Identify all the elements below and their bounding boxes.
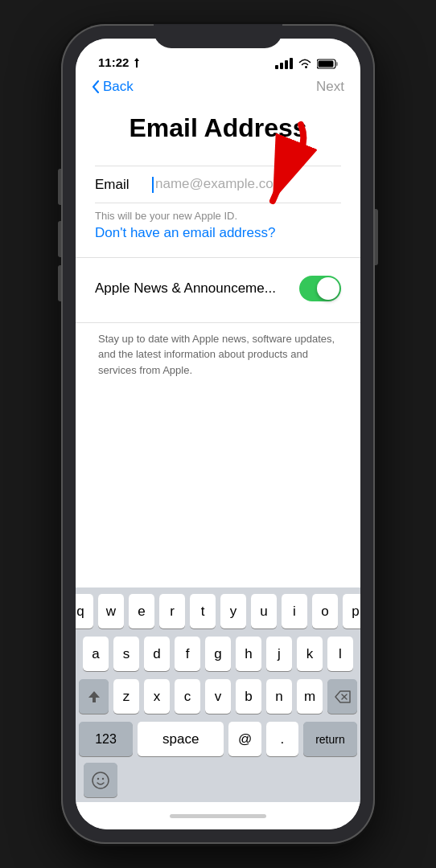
- at-key[interactable]: @: [228, 722, 261, 756]
- apple-news-toggle[interactable]: [299, 276, 341, 301]
- svg-point-7: [97, 777, 99, 779]
- key-s[interactable]: s: [113, 637, 139, 671]
- return-key[interactable]: return: [303, 722, 357, 756]
- key-e[interactable]: e: [129, 594, 154, 628]
- dont-have-email-link[interactable]: Don't have an email address?: [95, 225, 341, 241]
- key-n[interactable]: n: [266, 679, 292, 714]
- delete-key[interactable]: [327, 679, 357, 714]
- key-r[interactable]: r: [159, 594, 185, 628]
- nav-bar: Back Next: [76, 74, 360, 103]
- keyboard-row-1: q w e r t y u i o p: [79, 594, 357, 628]
- keyboard-row-3: z x c v b n m: [79, 679, 357, 714]
- toggle-description: Stay up to date with Apple news, softwar…: [95, 331, 341, 379]
- key-m[interactable]: m: [297, 679, 323, 714]
- email-field-row: Email name@example.com: [95, 166, 341, 203]
- text-cursor: [152, 177, 154, 193]
- key-i[interactable]: i: [282, 594, 307, 628]
- key-h[interactable]: h: [236, 637, 261, 671]
- key-o[interactable]: o: [312, 594, 338, 628]
- key-z[interactable]: z: [113, 679, 139, 714]
- keyboard-bottom-row: 123 space @ . return: [79, 722, 357, 756]
- main-content: Email Address Email name@example.com Thi…: [76, 103, 360, 588]
- key-v[interactable]: v: [205, 679, 231, 714]
- toggle-thumb: [317, 277, 339, 300]
- numbers-key[interactable]: 123: [79, 722, 133, 756]
- chevron-left-icon: [92, 80, 100, 93]
- page-title: Email Address: [95, 113, 341, 143]
- shift-key[interactable]: [79, 679, 109, 714]
- shift-icon: [88, 690, 101, 704]
- phone-screen: 11:22: [76, 39, 360, 829]
- signal-icon: [275, 58, 293, 69]
- key-x[interactable]: x: [144, 679, 170, 714]
- key-g[interactable]: g: [205, 637, 231, 671]
- separator2: [76, 322, 360, 323]
- dot-key[interactable]: .: [266, 722, 298, 756]
- key-a[interactable]: a: [83, 637, 109, 671]
- battery-icon: [317, 59, 338, 69]
- keyboard: q w e r t y u i o p a s d f g h j k: [76, 588, 360, 802]
- email-placeholder: name@example.com: [155, 176, 285, 191]
- key-u[interactable]: u: [251, 594, 277, 628]
- status-icons: [275, 58, 338, 69]
- key-y[interactable]: y: [220, 594, 246, 628]
- next-button[interactable]: Next: [316, 79, 344, 95]
- back-label: Back: [103, 79, 134, 95]
- svg-rect-2: [319, 60, 334, 67]
- notch: [154, 24, 282, 48]
- keyboard-emoji-row: [79, 760, 357, 799]
- svg-point-8: [102, 777, 104, 779]
- key-w[interactable]: w: [98, 594, 124, 628]
- toggle-label: Apple News & Announceme...: [95, 280, 276, 297]
- home-bar: [170, 814, 266, 818]
- svg-point-6: [93, 772, 109, 788]
- key-f[interactable]: f: [175, 637, 200, 671]
- time-display: 11:22: [98, 55, 129, 69]
- svg-rect-1: [336, 62, 339, 66]
- key-l[interactable]: l: [327, 637, 353, 671]
- home-indicator: [76, 802, 360, 829]
- phone-frame: 11:22: [61, 24, 375, 844]
- key-j[interactable]: j: [266, 637, 292, 671]
- delete-icon: [335, 690, 351, 703]
- key-p[interactable]: p: [343, 594, 360, 628]
- key-k[interactable]: k: [297, 637, 323, 671]
- email-input[interactable]: name@example.com: [147, 176, 341, 193]
- key-t[interactable]: t: [190, 594, 216, 628]
- email-label: Email: [95, 177, 147, 193]
- apple-news-toggle-row: Apple News & Announceme...: [95, 264, 341, 313]
- status-time: 11:22: [98, 55, 141, 69]
- key-c[interactable]: c: [175, 679, 200, 714]
- keyboard-row-2: a s d f g h j k l: [79, 637, 357, 671]
- separator: [76, 257, 360, 258]
- wifi-icon: [298, 58, 312, 69]
- key-d[interactable]: d: [144, 637, 170, 671]
- field-hint: This will be your new Apple ID.: [95, 210, 341, 222]
- back-button[interactable]: Back: [92, 79, 134, 95]
- emoji-key[interactable]: [84, 763, 117, 797]
- space-key[interactable]: space: [138, 722, 224, 756]
- key-b[interactable]: b: [236, 679, 261, 714]
- emoji-icon: [91, 771, 110, 790]
- key-q[interactable]: q: [76, 594, 93, 628]
